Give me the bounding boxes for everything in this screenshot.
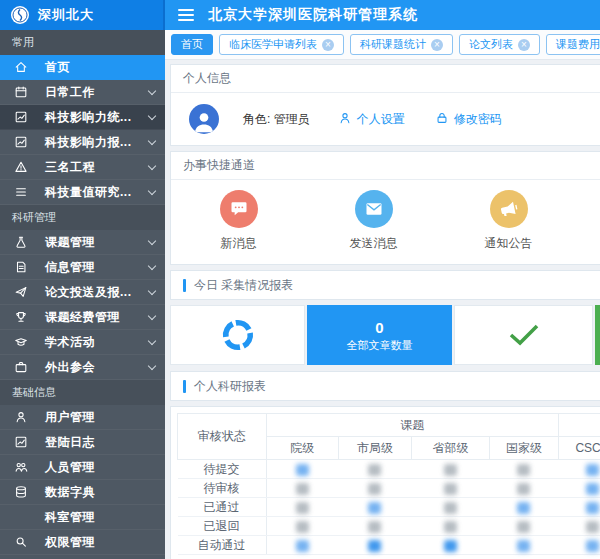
report-cell (266, 517, 338, 536)
sidebar-item-permission-management[interactable]: 权限管理 (0, 530, 165, 555)
profile-card: 个人信息 角色: 管理员 个人设置 修改密码 (170, 64, 600, 146)
sidebar-item-label: 外出参会 (45, 359, 149, 376)
stat-green-box[interactable] (595, 305, 600, 365)
report-count-link[interactable] (586, 483, 599, 495)
chevron-down-icon[interactable] (148, 236, 156, 244)
top-bar: 深圳北大 北京大学深圳医院科研管理系统 (0, 0, 600, 30)
close-icon[interactable]: × (431, 39, 443, 51)
sidebar-item-conference-trip[interactable]: 外出参会 (0, 355, 165, 380)
tab-topic-expense-report[interactable]: 课题费用报表× (546, 34, 600, 55)
document-icon (13, 260, 29, 274)
quick-channel-notice[interactable]: 通知公告 (441, 190, 576, 252)
chevron-down-icon[interactable] (148, 286, 156, 294)
chevron-down-icon[interactable] (148, 361, 156, 369)
report-count-link[interactable] (444, 521, 457, 533)
quick-channel-new-message[interactable]: 新消息 (171, 190, 306, 252)
report-count-link[interactable] (296, 464, 309, 476)
report-count-link[interactable] (368, 502, 381, 514)
section-accent-bar (183, 380, 186, 393)
sidebar-item-data-dictionary[interactable]: 数据字典 (0, 480, 165, 505)
tab-paper-list[interactable]: 论文列表× (459, 34, 540, 55)
app-title: 北京大学深圳医院科研管理系统 (208, 6, 418, 24)
sidebar-item-paper-submission[interactable]: 论文投送及报... (0, 280, 165, 305)
user-icon (13, 410, 29, 424)
sidebar-item-info-management[interactable]: 信息管理 (0, 255, 165, 280)
list-icon (13, 185, 29, 199)
sidebar-item-daily-work[interactable]: 日常工作 (0, 80, 165, 105)
sidebar-item-label: 科技量值研究... (45, 184, 149, 201)
column-group-header: 论文 (559, 414, 600, 437)
sidebar-item-topic-funding-management[interactable]: 课题经费管理 (0, 305, 165, 330)
close-icon[interactable]: × (322, 39, 334, 51)
report-count-link[interactable] (517, 502, 530, 514)
quick-channel-send-message[interactable]: 发送消息 (306, 190, 441, 252)
tab-clinical-application-list[interactable]: 临床医学申请列表× (219, 34, 344, 55)
chevron-down-icon[interactable] (148, 186, 156, 194)
stat-all-articles[interactable]: 0全部文章数量 (307, 305, 452, 365)
report-count-link[interactable] (517, 521, 530, 533)
sidebar-item-login-log[interactable]: 登陆日志 (0, 430, 165, 455)
chevron-down-icon[interactable] (148, 336, 156, 344)
sidebar-item-label: 课题经费管理 (45, 309, 149, 326)
database-icon (13, 485, 29, 499)
sidebar-item-topic-management[interactable]: 课题管理 (0, 230, 165, 255)
people-icon (13, 460, 29, 474)
report-count-link[interactable] (517, 483, 530, 495)
tab-home[interactable]: 首页 (171, 34, 213, 55)
sidebar-item-tech-influence-stats[interactable]: 科技影响力统... (0, 105, 165, 130)
stat-collect-status[interactable] (454, 305, 593, 365)
chevron-down-icon[interactable] (148, 161, 156, 169)
chevron-down-icon[interactable] (148, 86, 156, 94)
tab-research-topic-stats[interactable]: 科研课题统计× (350, 34, 453, 55)
today-report-title: 今日 采集情况报表 (194, 277, 293, 294)
personal-settings-link[interactable]: 个人设置 (338, 111, 405, 128)
alert-icon (13, 160, 29, 174)
chevron-down-icon[interactable] (148, 311, 156, 319)
report-count-link[interactable] (517, 540, 530, 552)
sidebar-item-academic-activity[interactable]: 学术活动 (0, 330, 165, 355)
report-count-link[interactable] (368, 464, 381, 476)
report-count-link[interactable] (586, 521, 599, 533)
sidebar-item-personnel-management[interactable]: 人员管理 (0, 455, 165, 480)
change-password-link[interactable]: 修改密码 (435, 111, 502, 128)
mail-icon (355, 190, 393, 228)
sidebar-group-header: 常用 (0, 30, 165, 55)
report-cell (559, 479, 600, 498)
table-row: 待提交 (178, 460, 600, 479)
sidebar-item-department-management[interactable]: 科室管理 (0, 505, 165, 530)
report-count-link[interactable] (444, 502, 457, 514)
report-count-link[interactable] (296, 540, 309, 552)
sidebar-item-label: 课题管理 (45, 234, 149, 251)
report-count-link[interactable] (444, 464, 457, 476)
chevron-down-icon[interactable] (148, 261, 156, 269)
chevron-down-icon[interactable] (148, 136, 156, 144)
report-count-link[interactable] (368, 521, 381, 533)
stat-collect-progress[interactable] (170, 305, 305, 365)
report-cell (338, 536, 411, 555)
report-count-link[interactable] (586, 464, 599, 476)
sidebar-item-three-top-project[interactable]: 三名工程 (0, 155, 165, 180)
sidebar-item-tech-value-research[interactable]: 科技量值研究... (0, 180, 165, 205)
report-count-link[interactable] (444, 483, 457, 495)
tab-label: 首页 (181, 37, 203, 52)
menu-toggle-icon[interactable] (178, 9, 194, 21)
close-icon[interactable]: × (518, 39, 530, 51)
chevron-down-icon[interactable] (148, 111, 156, 119)
sidebar-item-label: 人员管理 (45, 459, 155, 476)
report-count-link[interactable] (517, 464, 530, 476)
report-count-link[interactable] (296, 502, 309, 514)
report-count-link[interactable] (296, 521, 309, 533)
report-count-link[interactable] (586, 540, 599, 552)
report-count-link[interactable] (368, 483, 381, 495)
sidebar-item-tech-influence-report[interactable]: 科技影响力报... (0, 130, 165, 155)
sidebar-item-home[interactable]: 首页 (0, 55, 165, 80)
report-count-link[interactable] (586, 502, 599, 514)
flask-icon (13, 235, 29, 249)
report-count-link[interactable] (444, 540, 457, 552)
sidebar-item-user-management[interactable]: 用户管理 (0, 405, 165, 430)
title-bar: 北京大学深圳医院科研管理系统 (165, 0, 600, 30)
avatar (189, 104, 219, 134)
column-group-header: 课题 (266, 414, 558, 437)
report-count-link[interactable] (296, 483, 309, 495)
report-count-link[interactable] (368, 540, 381, 552)
